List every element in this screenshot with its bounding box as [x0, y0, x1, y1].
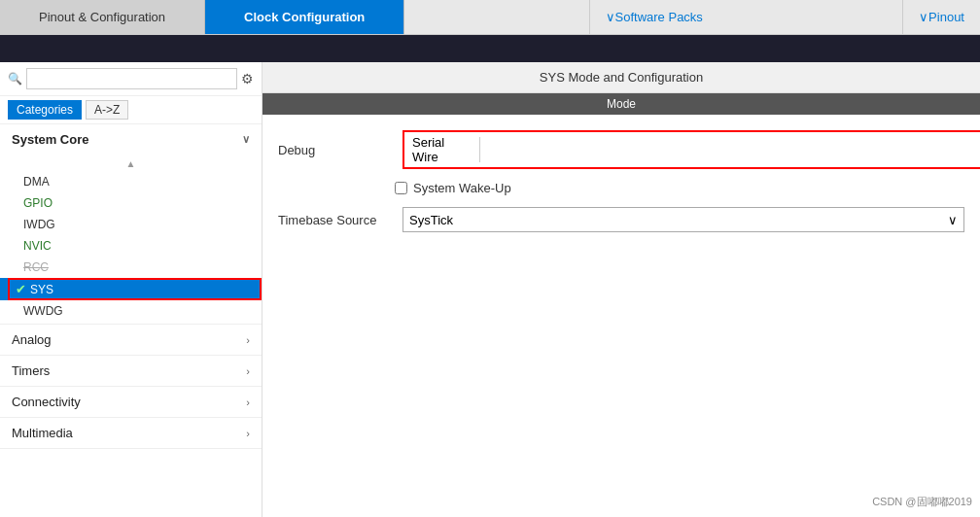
sidebar-tab-bar: Categories A->Z [0, 96, 262, 124]
content-area: SYS Mode and Configuration Mode Debug Se… [262, 62, 980, 517]
system-wakeup-row: System Wake-Up [278, 181, 964, 195]
analog-chevron-icon: › [246, 334, 250, 346]
main-layout: 🔍 ⚙ Categories A->Z System Core ∨ ▲ DMA … [0, 62, 980, 517]
timebase-select-wrapper: SysTick ∨ SysTick TIM1 TIM2 [402, 207, 964, 232]
system-wakeup-checkbox[interactable] [395, 182, 407, 194]
sidebar-item-sys[interactable]: ✔ SYS [0, 278, 262, 300]
content-body: Debug Serial Wire Serial Wire JTAG (4 pi… [262, 115, 980, 517]
sidebar-item-iwdg[interactable]: IWDG [0, 214, 262, 235]
debug-select-wrapper: Serial Wire Serial Wire JTAG (4 pins) JT… [402, 130, 980, 169]
sidebar-category-timers[interactable]: Timers › [0, 356, 262, 387]
search-icon: 🔍 [8, 72, 22, 86]
search-input[interactable] [26, 68, 237, 89]
sidebar-item-wwdg[interactable]: WWDG [0, 300, 262, 322]
system-wakeup-label: System Wake-Up [413, 181, 511, 195]
content-title: SYS Mode and Configuration [262, 62, 980, 93]
tab-pinout-configuration[interactable]: Pinout & Configuration [0, 0, 205, 34]
tab-software-packs[interactable]: ∨ Software Packs [589, 0, 718, 34]
watermark: CSDN @固嘟嘟2019 [872, 495, 972, 509]
sidebar-category-analog[interactable]: Analog › [0, 325, 262, 356]
sidebar-item-dma[interactable]: DMA [0, 171, 262, 192]
debug-row: Debug Serial Wire Serial Wire JTAG (4 pi… [278, 130, 964, 169]
sub-toolbar [0, 35, 980, 62]
sys-check-icon: ✔ [16, 282, 26, 296]
debug-label: Debug [278, 143, 395, 157]
tab-categories[interactable]: Categories [8, 100, 82, 120]
tab-clock-configuration[interactable]: Clock Configuration [205, 0, 404, 34]
connectivity-chevron-icon: › [246, 396, 250, 408]
sidebar-category-connectivity[interactable]: Connectivity › [0, 387, 262, 418]
timers-chevron-icon: › [246, 365, 250, 377]
scroll-hint-up: ▲ [0, 156, 262, 171]
multimedia-chevron-icon: › [246, 428, 250, 439]
gear-icon[interactable]: ⚙ [241, 71, 254, 86]
timebase-row: Timebase Source SysTick ∨ SysTick TIM1 T… [278, 207, 964, 232]
system-core-header[interactable]: System Core ∨ [0, 124, 262, 155]
tab-atoz[interactable]: A->Z [86, 100, 128, 120]
sidebar-category-multimedia[interactable]: Multimedia › [0, 418, 262, 449]
sidebar-item-rcc[interactable]: RCC [0, 257, 262, 278]
sidebar-search-row: 🔍 ⚙ [0, 62, 262, 96]
system-core-chevron: ∨ [242, 133, 250, 146]
sidebar-item-gpio[interactable]: GPIO [0, 192, 262, 214]
sidebar-item-sys-container: ✔ SYS [0, 278, 262, 300]
tab-pinout-right[interactable]: ∨ Pinout [902, 0, 980, 34]
system-core-items: ▲ DMA GPIO IWDG NVIC RCC [0, 155, 262, 324]
sidebar-item-nvic[interactable]: NVIC [0, 235, 262, 257]
sidebar: 🔍 ⚙ Categories A->Z System Core ∨ ▲ DMA … [0, 62, 262, 517]
system-core-section: System Core ∨ ▲ DMA GPIO IWDG NVIC RCC [0, 124, 262, 325]
top-tab-bar: Pinout & Configuration Clock Configurati… [0, 0, 980, 35]
timebase-label: Timebase Source [278, 213, 395, 227]
content-mode-header: Mode [262, 93, 980, 115]
